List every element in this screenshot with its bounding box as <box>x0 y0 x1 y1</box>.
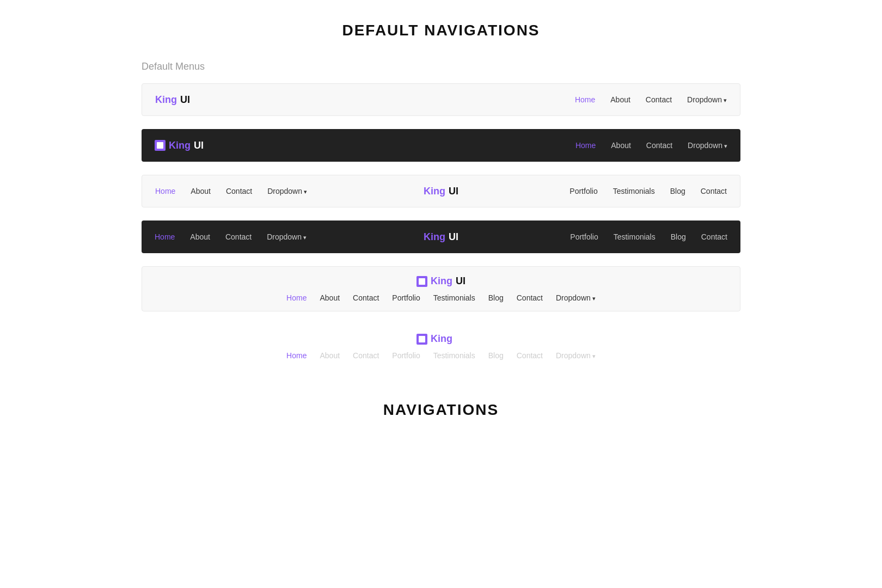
nav-item-about-2[interactable]: About <box>611 141 631 150</box>
nav-item-dropdown-6[interactable]: Dropdown <box>556 351 596 360</box>
brand-logo-3[interactable]: King UI <box>424 186 458 197</box>
nav-item-contact-3[interactable]: Contact <box>226 187 252 195</box>
brand-king-6: King <box>431 333 452 345</box>
nav-item-dropdown-3[interactable]: Dropdown <box>267 187 307 195</box>
nav-item-about-5[interactable]: About <box>320 293 340 302</box>
nav-item-dropdown-2[interactable]: Dropdown <box>688 141 727 150</box>
nav-bar-1: King UI Home About Contact Dropdown <box>142 83 740 116</box>
nav-item-home-6[interactable]: Home <box>286 351 307 360</box>
brand-ui-4: UI <box>449 231 458 243</box>
nav-item-portfolio-3[interactable]: Portfolio <box>569 187 597 195</box>
nav-item-portfolio-4[interactable]: Portfolio <box>570 232 598 241</box>
nav-item-contact2-5[interactable]: Contact <box>517 293 543 302</box>
nav-item-testimonials-4[interactable]: Testimonials <box>614 232 656 241</box>
nav-bar-6: King UI Home About Contact Portfolio Tes… <box>142 324 740 369</box>
nav-item-blog-5[interactable]: Blog <box>488 293 504 302</box>
nav-item-contact-5[interactable]: Contact <box>353 293 379 302</box>
nav-item-blog-3[interactable]: Blog <box>670 187 685 195</box>
brand-logo-2[interactable]: King UI <box>155 140 204 151</box>
nav-links-6: Home About Contact Portfolio Testimonial… <box>286 351 596 360</box>
nav-links-1: Home About Contact Dropdown <box>575 95 727 104</box>
nav-item-contact-6[interactable]: Contact <box>353 351 379 360</box>
nav-links-2: Home About Contact Dropdown <box>575 141 727 150</box>
svg-rect-1 <box>419 278 425 285</box>
nav-item-contact2-6[interactable]: Contact <box>517 351 543 360</box>
svg-rect-2 <box>419 336 425 342</box>
brand-ui-5: UI <box>456 275 465 287</box>
nav-item-about-1[interactable]: About <box>610 95 630 104</box>
nav-item-about-6[interactable]: About <box>320 351 340 360</box>
nav-bar-3: Home About Contact Dropdown King UI Port… <box>142 175 740 207</box>
nav-item-home-3[interactable]: Home <box>155 187 175 195</box>
brand-logo-6[interactable]: King UI <box>416 333 465 345</box>
nav-bar-5: King UI Home About Contact Portfolio Tes… <box>142 266 740 311</box>
brand-ui-3: UI <box>449 186 458 197</box>
brand-ui-1: UI <box>180 94 190 106</box>
nav-item-home-2[interactable]: Home <box>575 141 596 150</box>
nav-item-contact-2[interactable]: Contact <box>646 141 672 150</box>
brand-king-4: King <box>424 231 445 243</box>
nav-links-3-left: Home About Contact Dropdown <box>155 187 307 195</box>
nav-item-about-4[interactable]: About <box>190 232 210 241</box>
brand-icon-2 <box>155 140 166 151</box>
bottom-title: NAVIGATIONS <box>142 401 740 419</box>
brand-king-5: King <box>431 275 452 287</box>
nav-item-blog-4[interactable]: Blog <box>671 232 686 241</box>
nav-item-blog-6[interactable]: Blog <box>488 351 504 360</box>
brand-ui-6: UI <box>456 333 465 345</box>
nav-item-contact2-3[interactable]: Contact <box>701 187 727 195</box>
nav-item-testimonials-5[interactable]: Testimonials <box>433 293 475 302</box>
nav-links-5: Home About Contact Portfolio Testimonial… <box>286 293 596 302</box>
brand-king-1: King <box>155 94 177 106</box>
svg-rect-0 <box>157 142 163 149</box>
nav-links-3-right: Portfolio Testimonials Blog Contact <box>569 187 727 195</box>
nav-item-dropdown-5[interactable]: Dropdown <box>556 293 596 302</box>
nav-links-4-right: Portfolio Testimonials Blog Contact <box>570 232 727 241</box>
nav-item-contact-4[interactable]: Contact <box>225 232 252 241</box>
brand-logo-4[interactable]: King UI <box>424 231 458 243</box>
nav-item-home-1[interactable]: Home <box>575 95 595 104</box>
nav-item-dropdown-1[interactable]: Dropdown <box>687 95 727 104</box>
nav-item-contact2-4[interactable]: Contact <box>701 232 727 241</box>
brand-icon-5 <box>416 276 427 287</box>
nav-item-portfolio-6[interactable]: Portfolio <box>392 351 420 360</box>
nav-item-testimonials-3[interactable]: Testimonials <box>613 187 655 195</box>
nav-item-dropdown-4[interactable]: Dropdown <box>267 232 307 241</box>
brand-icon-6 <box>416 334 427 345</box>
nav-bar-2: King UI Home About Contact Dropdown <box>142 129 740 162</box>
nav-item-portfolio-5[interactable]: Portfolio <box>392 293 420 302</box>
nav-item-home-4[interactable]: Home <box>155 232 175 241</box>
nav-links-4-left: Home About Contact Dropdown <box>155 232 307 241</box>
brand-logo-5[interactable]: King UI <box>416 275 465 287</box>
nav-bar-4: Home About Contact Dropdown King UI Port… <box>142 220 740 253</box>
nav-item-testimonials-6[interactable]: Testimonials <box>433 351 475 360</box>
page-title: DEFAULT NAVIGATIONS <box>142 22 740 39</box>
nav-item-contact-1[interactable]: Contact <box>646 95 672 104</box>
brand-king-2: King <box>169 140 191 151</box>
nav-item-about-3[interactable]: About <box>191 187 211 195</box>
nav-item-home-5[interactable]: Home <box>286 293 307 302</box>
brand-ui-2: UI <box>194 140 204 151</box>
brand-logo-1[interactable]: King UI <box>155 94 190 106</box>
brand-king-3: King <box>424 186 445 197</box>
section-label: Default Menus <box>142 61 740 72</box>
